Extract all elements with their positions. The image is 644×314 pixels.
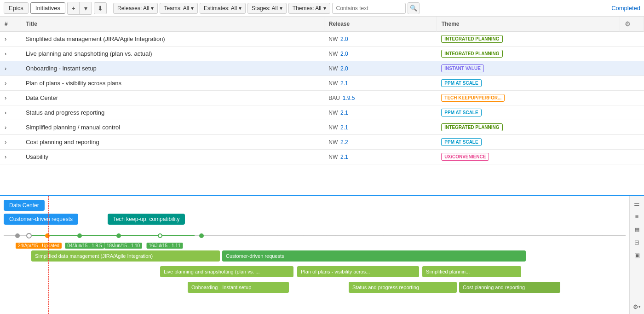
- row-release: NW 2.0: [324, 47, 437, 61]
- row-theme: INSTANT VALUE: [437, 61, 620, 76]
- timeline-active-line: [29, 235, 195, 236]
- tab-initiatives[interactable]: Initiatives: [30, 2, 65, 14]
- right-sidebar: ⚌ ≡ ▦ ⊟ ▣ ⚙▾: [629, 196, 644, 314]
- themes-dropdown-icon: ▾: [323, 5, 326, 12]
- col-settings[interactable]: ⚙: [620, 17, 644, 32]
- completed-link[interactable]: Completed: [611, 5, 640, 12]
- filter-stages[interactable]: Stages: All ▾: [247, 3, 287, 14]
- row-settings: [620, 47, 644, 61]
- sidebar-icon-blocks[interactable]: ▣: [632, 250, 643, 261]
- col-hash: #: [0, 17, 21, 32]
- row-theme: INTEGRATED PLANNING: [437, 32, 620, 47]
- row-theme: INTEGRATED PLANNING: [437, 120, 620, 135]
- add-dropdown-group: + ▾: [67, 2, 92, 15]
- row-expander[interactable]: ›: [0, 135, 21, 150]
- row-release: NW 2.1: [324, 150, 437, 164]
- sidebar-icon-rows[interactable]: ⊟: [632, 237, 643, 248]
- epic-row-2: Live planning and snapshotting (plan vs.…: [4, 266, 626, 280]
- table-row: › Live planning and snapshotting (plan v…: [0, 47, 644, 61]
- epic-bar-customer-driven[interactable]: Customer-driven requests: [222, 250, 526, 262]
- swimlane-customer-driven[interactable]: Customer-driven requests: [4, 214, 78, 225]
- table-row: › Simplified planning / manual control N…: [0, 120, 644, 135]
- row-title: Live planning and snapshotting (plan vs.…: [21, 47, 324, 61]
- table-body: › Simplified data management (JIRA/Agile…: [0, 32, 644, 164]
- filter-estimates[interactable]: Estimates: All ▾: [200, 3, 246, 14]
- main-content: # Title Release Theme ⚙ › Simplified dat…: [0, 17, 644, 314]
- sidebar-icon-grid[interactable]: ▦: [632, 224, 643, 235]
- row-settings: [620, 120, 644, 135]
- row-title: Simplified planning / manual control: [21, 120, 324, 135]
- epic-bar-onboarding[interactable]: Onboarding - Instant setup: [188, 282, 289, 293]
- row-settings: [620, 135, 644, 150]
- col-theme: Theme: [437, 17, 620, 32]
- sidebar-icon-filter[interactable]: ⚌: [632, 198, 643, 209]
- estimates-dropdown-icon: ▾: [239, 5, 242, 12]
- filter-themes[interactable]: Themes: All ▾: [288, 3, 330, 14]
- epic-bar-simplified-planning[interactable]: Simplified plannin...: [422, 266, 521, 277]
- row-settings: [620, 61, 644, 76]
- toolbar: Epics Initiatives + ▾ ⬇ Releases: All ▾ …: [0, 0, 644, 17]
- table-row: › Onboarding - Instant setup NW 2.0 INST…: [0, 61, 644, 76]
- teams-dropdown-icon: ▾: [191, 5, 194, 12]
- row-release: NW 2.0: [324, 61, 437, 76]
- row-expander[interactable]: ›: [0, 61, 21, 76]
- add-dropdown-arrow[interactable]: ▾: [80, 2, 92, 14]
- download-button[interactable]: ⬇: [94, 2, 107, 14]
- row-release: BAU 1.9.5: [324, 91, 437, 105]
- row-expander[interactable]: ›: [0, 47, 21, 61]
- row-theme: PPM AT SCALE: [437, 135, 620, 150]
- row-expander[interactable]: ›: [0, 105, 21, 120]
- epic-bar-live-planning[interactable]: Live planning and snapshotting (plan vs.…: [160, 266, 293, 277]
- epic-row-3: Onboarding - Instant setup Status and pr…: [4, 282, 626, 296]
- search-button[interactable]: 🔍: [408, 2, 420, 14]
- timeline-dot-110: [116, 233, 121, 238]
- epic-bar-cost-planning[interactable]: Cost planning and reporting: [459, 282, 560, 293]
- row-theme: PPM AT SCALE: [437, 105, 620, 120]
- epic-bar-simplified-data[interactable]: Simplified data management (JIRA/Agile I…: [31, 250, 220, 262]
- timeline-dashed-extension: [204, 235, 626, 236]
- row-title: Status and progress reporting: [21, 105, 324, 120]
- milestone-label-110: 18/Jun/15 - 1.10: [104, 243, 142, 249]
- row-expander[interactable]: ›: [0, 120, 21, 135]
- epic-bar-plan-of-plans[interactable]: Plan of plans - visibility acros...: [297, 266, 419, 277]
- table-row: › Status and progress reporting NW 2.1 P…: [0, 105, 644, 120]
- row-title: Plan of plans - visibility across plans: [21, 76, 324, 91]
- col-title: Title: [21, 17, 324, 32]
- sidebar-icon-list[interactable]: ≡: [632, 211, 643, 222]
- row-expander[interactable]: ›: [0, 150, 21, 164]
- epic-bar-status-progress[interactable]: Status and progress reporting: [349, 282, 457, 293]
- roadmap-content: Data Center Customer-driven requests Tec…: [0, 196, 629, 314]
- row-title: Onboarding - Instant setup: [21, 61, 324, 76]
- row-title: Data Center: [21, 91, 324, 105]
- row-theme: INTEGRATED PLANNING: [437, 47, 620, 61]
- col-release: Release: [324, 17, 437, 32]
- milestone-label-195: 04/Jun/15 - 1.9.5: [65, 243, 104, 249]
- timeline-dot-updated: [45, 233, 50, 238]
- table-row: › Usability NW 2.1 UX/CONVENIENCE: [0, 150, 644, 164]
- row-release: NW 2.2: [324, 135, 437, 150]
- timeline-dot-start: [15, 233, 20, 238]
- row-expander[interactable]: ›: [0, 91, 21, 105]
- row-expander[interactable]: ›: [0, 76, 21, 91]
- row-release: NW 2.1: [324, 76, 437, 91]
- search-input[interactable]: [332, 3, 406, 14]
- table-header-row: # Title Release Theme ⚙: [0, 17, 644, 32]
- tab-epics[interactable]: Epics: [4, 2, 29, 14]
- table-settings-gear-icon[interactable]: ⚙: [625, 20, 631, 28]
- table-row: › Data Center BAU 1.9.5 TECH KEEPUP/PERF…: [0, 91, 644, 105]
- swimlane-data-center[interactable]: Data Center: [4, 200, 45, 211]
- row-release: NW 2.0: [324, 32, 437, 47]
- swimlane-tech-keepup[interactable]: Tech keep-up, compatibility: [108, 214, 185, 225]
- filter-releases[interactable]: Releases: All ▾: [113, 3, 158, 14]
- filter-teams[interactable]: Teams: All ▾: [160, 3, 198, 14]
- add-button[interactable]: +: [68, 2, 80, 14]
- today-marker-line: [48, 196, 49, 314]
- row-theme: UX/CONVENIENCE: [437, 150, 620, 164]
- milestone-label-updated: 24/Apr/15 - Updated: [16, 243, 62, 249]
- initiatives-table-section: # Title Release Theme ⚙ › Simplified dat…: [0, 17, 644, 196]
- sidebar-icon-settings[interactable]: ⚙▾: [632, 301, 643, 312]
- roadmap-panel: Data Center Customer-driven requests Tec…: [0, 196, 644, 314]
- table-row: › Plan of plans - visibility across plan…: [0, 76, 644, 91]
- stages-dropdown-icon: ▾: [280, 5, 282, 12]
- row-expander[interactable]: ›: [0, 32, 21, 47]
